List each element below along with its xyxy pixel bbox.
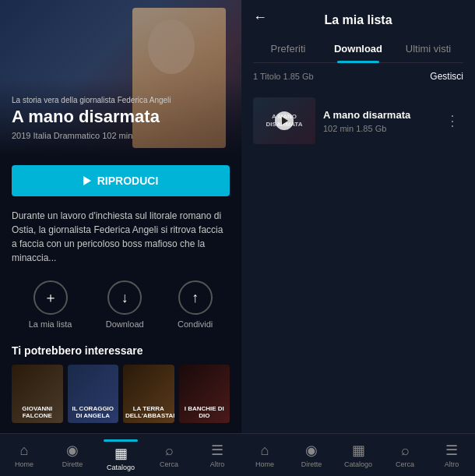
left-panel: La storia vera della giornalista Federic… bbox=[0, 0, 241, 476]
description: Durante un lavoro d'inchiesta sul litora… bbox=[12, 209, 230, 265]
recommend-label-3: La Terra Dell'Abbastanza bbox=[125, 405, 172, 420]
nav-catalogo-right[interactable]: ▦ Catalogo bbox=[335, 442, 382, 468]
movie-info: A mano disarmata 102 min 1.85 Gb bbox=[323, 109, 434, 133]
share-button[interactable]: ↑ Condividi bbox=[178, 280, 213, 329]
panel-title: La mia lista bbox=[253, 13, 463, 35]
download-label: Download bbox=[106, 319, 144, 329]
recommend-grid: Giovanni Falcone Il Coraggio di Angela L… bbox=[12, 365, 230, 423]
recommend-item-3[interactable]: La Terra Dell'Abbastanza bbox=[123, 365, 174, 423]
nav-altro-label-right: Altro bbox=[445, 460, 459, 468]
nav-altro-left[interactable]: ☰ Altro bbox=[193, 442, 241, 468]
left-content: RIPRODUCI Durante un lavoro d'inchiesta … bbox=[0, 156, 241, 432]
catalogo-icon-left: ▦ bbox=[114, 445, 128, 462]
share-label: Condividi bbox=[178, 319, 213, 329]
tab-preferiti[interactable]: Preferiti bbox=[253, 35, 323, 62]
tabs: Preferiti Download Ultimi visti bbox=[253, 35, 463, 63]
list-stats: 1 Titolo 1.85 Gb Gestisci bbox=[241, 63, 475, 90]
nav-dirette-right[interactable]: ◉ Dirette bbox=[288, 442, 335, 468]
gestisci-button[interactable]: Gestisci bbox=[430, 71, 463, 82]
home-icon-right: ⌂ bbox=[261, 443, 269, 459]
add-to-list-label: La mia lista bbox=[29, 319, 72, 329]
movie-title: A mano disarmata bbox=[323, 109, 434, 121]
nav-dirette-label-left: Dirette bbox=[62, 460, 83, 468]
back-button[interactable]: ← bbox=[253, 9, 267, 26]
nav-home-label-right: Home bbox=[255, 460, 274, 468]
bottom-nav-right: ⌂ Home ◉ Dirette ▦ Catalogo ⌕ Cerca ☰ Al… bbox=[241, 433, 475, 476]
play-circle bbox=[275, 111, 294, 130]
tab-ultimi-visti[interactable]: Ultimi visti bbox=[393, 35, 463, 62]
recommend-item-4[interactable]: I Banchie di Dio bbox=[179, 365, 230, 423]
hero-subtitle: La storia vera della giornalista Federic… bbox=[12, 96, 230, 104]
recommend-label-2: Il Coraggio di Angela bbox=[70, 405, 117, 420]
hero-text: La storia vera della giornalista Federic… bbox=[12, 96, 230, 140]
play-icon bbox=[83, 176, 91, 185]
altro-icon-left: ☰ bbox=[211, 442, 223, 459]
movie-meta: 102 min 1.85 Gb bbox=[323, 124, 434, 133]
recommend-label-1: Giovanni Falcone bbox=[14, 405, 61, 420]
play-button[interactable]: RIPRODUCI bbox=[12, 165, 230, 196]
play-triangle-icon bbox=[282, 117, 288, 125]
hero-meta: 2019 Italia Drammatico 102 min bbox=[12, 131, 230, 140]
recommend-title: Ti potrebbero interessare bbox=[12, 344, 230, 357]
dirette-icon-left: ◉ bbox=[66, 442, 79, 459]
download-button[interactable]: ↓ Download bbox=[106, 280, 144, 329]
altro-icon-right: ☰ bbox=[445, 442, 458, 459]
nav-home-label-left: Home bbox=[15, 460, 33, 468]
nav-dirette-label-right: Dirette bbox=[301, 460, 322, 468]
movie-thumbnail[interactable]: A Mano Disarmata bbox=[253, 97, 315, 144]
right-panel: ← La mia lista Preferiti Download Ultimi… bbox=[241, 0, 475, 476]
play-label: RIPRODUCI bbox=[97, 175, 159, 187]
nav-altro-right[interactable]: ☰ Altro bbox=[428, 442, 475, 468]
recommend-item-1[interactable]: Giovanni Falcone bbox=[12, 365, 63, 423]
action-buttons: ＋ La mia lista ↓ Download ↑ Condividi bbox=[12, 280, 230, 329]
recommend-label-4: I Banchie di Dio bbox=[181, 405, 228, 420]
nav-altro-label-left: Altro bbox=[210, 460, 225, 468]
bottom-nav-left: ⌂ Home ◉ Dirette ▦ Catalogo ⌕ Cerca ☰ Al… bbox=[0, 433, 241, 476]
more-options-button[interactable]: ⋮ bbox=[442, 108, 463, 133]
nav-cerca-left[interactable]: ⌕ Cerca bbox=[145, 443, 193, 468]
nav-catalogo-label-left: Catalogo bbox=[107, 464, 135, 471]
nav-home-left[interactable]: ⌂ Home bbox=[0, 443, 48, 468]
right-header: ← La mia lista Preferiti Download Ultimi… bbox=[241, 0, 475, 63]
movie-item: A Mano Disarmata A mano disarmata 102 mi… bbox=[241, 90, 475, 152]
hero-title: A mano disarmata bbox=[12, 108, 230, 126]
nav-home-right[interactable]: ⌂ Home bbox=[241, 443, 288, 468]
dirette-icon-right: ◉ bbox=[305, 442, 318, 459]
nav-catalogo-label-right: Catalogo bbox=[344, 460, 372, 468]
catalogo-icon-right: ▦ bbox=[352, 442, 365, 459]
stats-text: 1 Titolo 1.85 Gb bbox=[253, 72, 314, 81]
home-icon-left: ⌂ bbox=[20, 443, 29, 459]
nav-cerca-label-right: Cerca bbox=[396, 460, 414, 468]
share-icon: ↑ bbox=[178, 280, 213, 315]
tab-download[interactable]: Download bbox=[323, 35, 393, 62]
nav-dirette-left[interactable]: ◉ Dirette bbox=[48, 442, 97, 468]
recommend-item-2[interactable]: Il Coraggio di Angela bbox=[68, 365, 119, 423]
add-to-list-button[interactable]: ＋ La mia lista bbox=[29, 280, 72, 329]
nav-cerca-right[interactable]: ⌕ Cerca bbox=[382, 443, 428, 468]
cerca-icon-right: ⌕ bbox=[401, 443, 410, 459]
active-bar-left bbox=[104, 439, 138, 442]
nav-catalogo-left[interactable]: ▦ Catalogo bbox=[97, 439, 145, 471]
cerca-icon-left: ⌕ bbox=[165, 443, 174, 459]
add-icon: ＋ bbox=[33, 280, 68, 315]
nav-cerca-label-left: Cerca bbox=[160, 460, 178, 468]
hero-image: La storia vera della giornalista Federic… bbox=[0, 0, 241, 156]
download-icon: ↓ bbox=[107, 280, 142, 315]
